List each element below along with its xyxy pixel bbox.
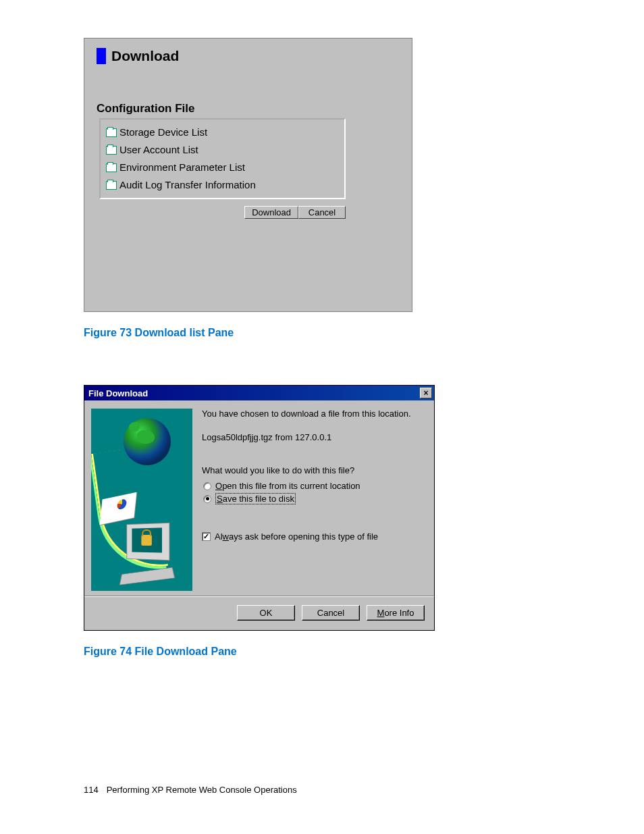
figure-caption-74: Figure 74 File Download Pane — [84, 646, 644, 658]
list-item-label: Storage Device List — [119, 124, 207, 141]
download-list-pane: Download Configuration File Storage Devi… — [84, 38, 412, 312]
dialog-title: File Download — [88, 388, 148, 398]
page-footer: 114 Performing XP Remote Web Console Ope… — [84, 785, 297, 795]
footer-text: Performing XP Remote Web Console Operati… — [107, 785, 297, 795]
file-download-dialog: File Download × You have chosen to downl… — [84, 385, 435, 631]
radio-icon — [203, 482, 211, 490]
section-label: Configuration File — [97, 102, 404, 115]
download-illustration-icon — [91, 409, 192, 591]
dialog-text-area: You have chosen to download a file from … — [202, 409, 425, 591]
list-item[interactable]: User Account List — [106, 141, 339, 159]
close-icon: × — [423, 388, 428, 398]
checkbox-icon: ✓ — [202, 532, 211, 541]
cancel-button[interactable]: Cancel — [302, 605, 360, 621]
button-row: Download Cancel — [92, 206, 346, 219]
list-item[interactable]: Audit Log Transfer Information — [106, 176, 339, 194]
always-ask-checkbox[interactable]: ✓ Always ask before opening this type of… — [202, 531, 425, 542]
figure-caption-73: Figure 73 Download list Pane — [84, 327, 644, 339]
radio-label: Open this file from its current location — [215, 481, 360, 491]
radio-label: Save this file to disk — [215, 493, 296, 504]
list-item-label: Environment Parameter List — [119, 159, 245, 176]
header-accent-icon — [97, 48, 106, 64]
close-button[interactable]: × — [420, 388, 432, 398]
config-file-list: Storage Device List User Account List En… — [99, 118, 346, 199]
pane-title: Download — [111, 48, 179, 64]
pane-header: Download — [97, 48, 404, 64]
radio-save-option[interactable]: Save this file to disk — [203, 493, 425, 504]
ok-button[interactable]: OK — [237, 605, 295, 621]
file-icon — [106, 163, 115, 172]
list-item[interactable]: Storage Device List — [106, 124, 339, 141]
dialog-question: What would you like to do with this file… — [202, 465, 425, 475]
dialog-titlebar: File Download × — [84, 386, 434, 400]
file-icon — [106, 146, 115, 154]
radio-icon — [203, 495, 211, 503]
dialog-body: You have chosen to download a file from … — [84, 400, 434, 596]
more-info-button[interactable]: More Info — [367, 605, 425, 621]
dialog-button-row: OK Cancel More Info — [84, 596, 434, 630]
file-icon — [106, 181, 115, 189]
cancel-button[interactable]: Cancel — [298, 206, 346, 219]
list-item-label: Audit Log Transfer Information — [119, 176, 256, 194]
page-number: 114 — [84, 785, 104, 795]
file-icon — [106, 128, 115, 136]
radio-open-option[interactable]: Open this file from its current location — [203, 481, 425, 491]
download-button[interactable]: Download — [244, 206, 298, 219]
list-item[interactable]: Environment Parameter List — [106, 159, 339, 176]
list-item-label: User Account List — [119, 141, 198, 159]
checkbox-label: Always ask before opening this type of f… — [215, 531, 378, 542]
dialog-message-1: You have chosen to download a file from … — [202, 409, 425, 419]
dialog-file-info: Logsa50ldpfjjg.tgz from 127.0.0.1 — [202, 432, 425, 442]
